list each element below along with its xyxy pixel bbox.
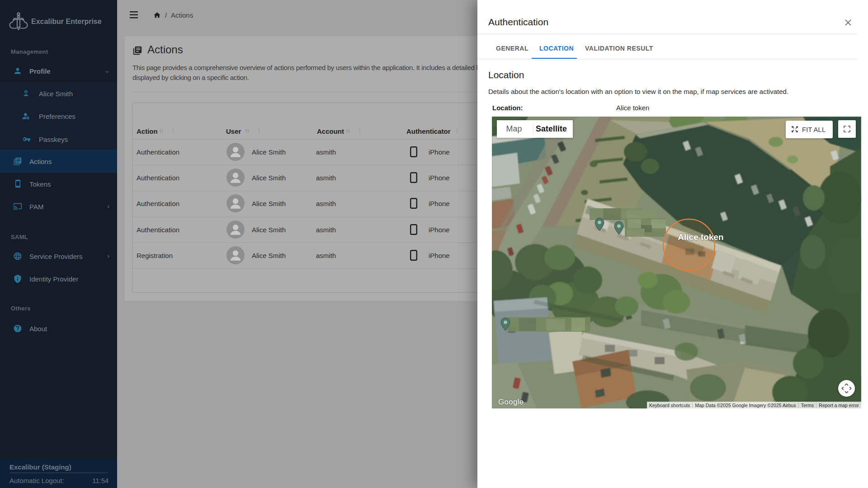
- svg-text:Alice token: Alice token: [678, 232, 723, 242]
